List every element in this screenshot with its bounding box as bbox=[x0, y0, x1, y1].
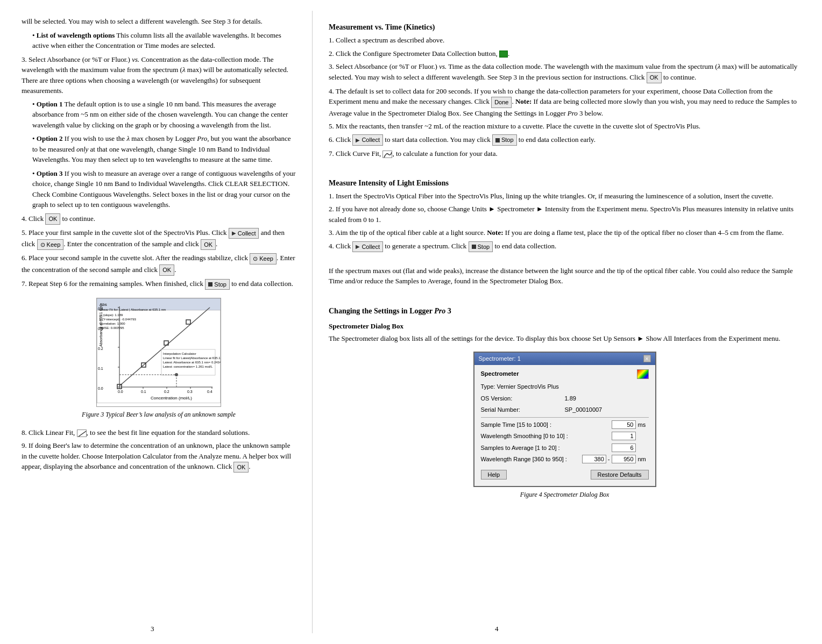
dialog-type-row: Type: Vernier SpectroVis Plus bbox=[481, 382, 649, 391]
kinetics-step5: 5. Mix the reactants, then transfer ~2 m… bbox=[329, 121, 800, 132]
spectrometer-dialog: Spectrometer: 1 × Spectrometer Type: Ver… bbox=[473, 352, 656, 499]
svg-text:0.0: 0.0 bbox=[98, 387, 103, 390]
dialog-os-value: 1.89 bbox=[565, 394, 649, 403]
spectrometer-dialog-intro: The Spectrometer dialog box lists all of… bbox=[329, 333, 800, 344]
svg-text:Concentration (mol/L): Concentration (mol/L) bbox=[151, 396, 192, 400]
option1-text: The default option is to use a single 10… bbox=[32, 100, 288, 129]
done-button-kinetics4[interactable]: Done bbox=[491, 97, 512, 108]
kinetics-step7: 7. Click Curve Fit, , to calculate a fun… bbox=[329, 148, 800, 159]
dialog-wavelength-range-label: Wavelength Range [360 to 950] : bbox=[481, 455, 582, 464]
ok-button-step4[interactable]: OK bbox=[45, 213, 60, 225]
linear-fit-icon bbox=[77, 430, 87, 437]
svg-text:Latest: Absorbance at 635.1 nm: Latest: Absorbance at 635.1 nm= 0.2434 bbox=[163, 361, 221, 364]
dialog-sample-time-label: Sample Time [15 to 1000] : bbox=[481, 420, 612, 430]
kinetics-step3-number: 3. bbox=[329, 62, 336, 70]
svg-text:0.2: 0.2 bbox=[164, 390, 169, 393]
svg-text:Interpolation Calculator: Interpolation Calculator bbox=[163, 352, 196, 355]
option3-label: Option 3 bbox=[37, 169, 63, 177]
stop-button-step7[interactable]: Stop bbox=[205, 279, 230, 290]
stop-icon-kinetics6 bbox=[495, 138, 500, 142]
svg-text:Linear Fit for: Latest | Absor: Linear Fit for: Latest | Absorbance at 6… bbox=[100, 308, 166, 311]
dialog-titlebar: Spectrometer: 1 × bbox=[474, 353, 655, 365]
collect-button-intensity4[interactable]: ▶ Collect bbox=[352, 241, 383, 253]
keep-button-step6[interactable]: ⊙ Keep bbox=[250, 253, 277, 264]
stop-button-intensity4[interactable]: Stop bbox=[469, 241, 493, 253]
svg-text:0.1: 0.1 bbox=[98, 367, 103, 370]
figure4-container: Spectrometer: 1 × Spectrometer Type: Ver… bbox=[329, 352, 800, 499]
wavelength-range-dash: - bbox=[608, 455, 610, 464]
section-intensity-title: Measure Intensity of Light Emissions bbox=[329, 177, 800, 189]
svg-text:Linear fit for Latest|Absorban: Linear fit for Latest|Absorbance at 635.… bbox=[163, 356, 221, 360]
svg-text:Absorbance at 635.1 nm: Absorbance at 635.1 nm bbox=[99, 306, 103, 347]
stop-label-kinetics6: Stop bbox=[501, 135, 514, 145]
step6: 6. Place your second sample in the cuvet… bbox=[22, 253, 296, 276]
collect-button-step5[interactable]: ▶ Collect bbox=[229, 228, 259, 239]
play-icon-intensity4: ▶ bbox=[356, 242, 360, 251]
stop-button-kinetics6[interactable]: Stop bbox=[492, 134, 517, 146]
figure3-caption: Figure 3 Typical Beer’s law analysis of … bbox=[22, 410, 296, 419]
step4: 4. Click OK to continue. bbox=[22, 213, 296, 225]
dialog-section-label-row: Spectrometer bbox=[481, 369, 649, 380]
dialog-wavelength-smoothing-row: Wavelength Smoothing [0 to 10] : bbox=[481, 432, 649, 441]
samples-average-input[interactable] bbox=[612, 443, 636, 452]
dialog-help-button[interactable]: Help bbox=[481, 470, 507, 480]
dialog-restore-button[interactable]: Restore Defaults bbox=[591, 470, 649, 480]
kinetics-step6: 6. Click ▶ Collect to start data collect… bbox=[329, 134, 800, 146]
dialog-os-label: OS Version: bbox=[481, 394, 565, 403]
play-icon-kinetics6: ▶ bbox=[356, 136, 360, 144]
kinetics-step5-number: 5. bbox=[329, 122, 336, 130]
intensity-step2-number: 2. bbox=[329, 205, 336, 213]
wavelength-range-min-input[interactable] bbox=[582, 455, 606, 463]
kinetics-step3: 3. Select Absorbance (or %T or Fluor.) v… bbox=[329, 61, 800, 83]
changing-settings-title: Changing the Settings in Logger Pro 3 bbox=[329, 305, 800, 317]
dialog-wavelength-range-row: Wavelength Range [360 to 950] : - nm bbox=[481, 455, 649, 464]
intensity-step1: 1. Insert the SpectroVis Optical Fiber i… bbox=[329, 191, 800, 202]
wavelength-range-max-input[interactable] bbox=[612, 455, 636, 463]
figure3-graph: Abs Linear Fit for: Latest | Absorbance … bbox=[96, 298, 221, 407]
dialog-title: Spectrometer: 1 bbox=[479, 354, 521, 363]
step9: 9. If doing Beer's law to determine the … bbox=[22, 440, 296, 473]
svg-text:RMSE: 0.001295: RMSE: 0.001295 bbox=[100, 326, 124, 330]
step7: 7. Repeat Step 6 for the remaining sampl… bbox=[22, 278, 296, 290]
changing-settings-title-3: 3 bbox=[445, 307, 451, 315]
svg-point-44 bbox=[175, 373, 178, 376]
dialog-serial-label: Serial Number: bbox=[481, 405, 565, 414]
option2-label: Option 2 bbox=[37, 134, 63, 142]
kinetics-step2: 2. Click the Configure Spectrometer Data… bbox=[329, 48, 800, 59]
color-spectrum-icon bbox=[637, 369, 649, 379]
ok-button-step5[interactable]: OK bbox=[201, 239, 216, 251]
option1-label: Option 1 bbox=[37, 100, 63, 108]
changing-settings-title-text: Changing the Settings in Logger bbox=[329, 307, 434, 315]
figure4-caption: Figure 4 Spectrometer Dialog Box bbox=[473, 490, 656, 499]
beers-law-graph: Abs Linear Fit for: Latest | Absorbance … bbox=[97, 298, 221, 403]
step6-number: 6. bbox=[22, 254, 29, 262]
left-column: will be selected. You may wish to select… bbox=[0, 11, 312, 633]
figure3-container: Abs Linear Fit for: Latest | Absorbance … bbox=[22, 298, 296, 419]
svg-text:0.4: 0.4 bbox=[207, 390, 212, 393]
ok-button-kinetics3[interactable]: OK bbox=[647, 72, 662, 83]
kinetics-step1-number: 1. bbox=[329, 36, 336, 44]
page-number-right: 4 bbox=[495, 625, 499, 633]
svg-text:0.1: 0.1 bbox=[141, 390, 146, 393]
dialog-wavelength-range-unit: nm bbox=[638, 455, 649, 464]
dialog-sample-time-row: Sample Time [15 to 1000] : ms bbox=[481, 420, 649, 430]
pro-italic: Pro bbox=[434, 307, 445, 315]
step5: 5. Place your first sample in the cuvett… bbox=[22, 227, 296, 251]
dialog-close-button[interactable]: × bbox=[643, 355, 651, 362]
stop-icon-intensity4 bbox=[472, 245, 476, 249]
ok-button-step6[interactable]: OK bbox=[159, 264, 174, 276]
collect-button-kinetics6[interactable]: ▶ Collect bbox=[352, 134, 383, 146]
step7-number: 7. bbox=[22, 280, 29, 288]
dialog-samples-average-row: Samples to Average [1 to 20] : bbox=[481, 443, 649, 453]
keep-button-step5[interactable]: ⊙ Keep bbox=[37, 239, 64, 251]
spectrometer-dialog-box-subtitle: Spectrometer Dialog Box bbox=[329, 321, 800, 332]
ok-button-step9[interactable]: OK bbox=[233, 462, 249, 473]
kinetics-step2-number: 2. bbox=[329, 49, 336, 58]
kinetics-step7-number: 7. bbox=[329, 149, 336, 158]
config-green-icon bbox=[499, 51, 508, 58]
step3-number: 3. bbox=[22, 55, 29, 63]
dialog-serial-row: Serial Number: SP_00010007 bbox=[481, 405, 649, 414]
sample-time-input[interactable] bbox=[612, 420, 636, 429]
wavelength-smoothing-input[interactable] bbox=[612, 432, 636, 440]
svg-text:0.0: 0.0 bbox=[118, 390, 123, 393]
